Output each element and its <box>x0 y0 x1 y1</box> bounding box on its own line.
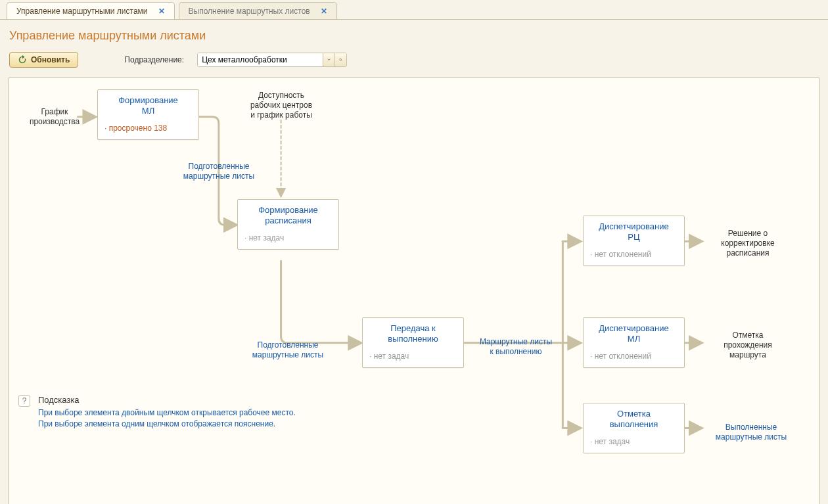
node-title: Отметкавыполнения <box>590 409 678 430</box>
node-transfer[interactable]: Передача квыполнению · нет задач <box>362 317 464 368</box>
node-form-schedule[interactable]: Формированиерасписания · нет задач <box>237 199 339 250</box>
svg-point-0 <box>340 58 342 60</box>
department-label: Подразделение: <box>124 55 184 64</box>
node-title: ДиспетчированиеРЦ <box>590 221 678 243</box>
lookup-button[interactable] <box>334 53 346 66</box>
node-status: · нет отклонений <box>590 250 678 259</box>
node-status: · нет задач <box>369 352 457 361</box>
close-icon[interactable]: ✕ <box>156 7 168 16</box>
refresh-icon <box>18 55 27 64</box>
node-status: · просрочено 138 <box>104 124 192 133</box>
tab-route-execution[interactable]: Выполнение маршрутных листов ✕ <box>179 2 337 19</box>
hint-title: Подсказка <box>38 395 80 405</box>
refresh-label: Обновить <box>31 55 70 64</box>
node-title: Формированиерасписания <box>244 205 332 227</box>
tab-label: Выполнение маршрутных листов <box>189 7 310 16</box>
page-header: Управление маршрутными листами Обновить … <box>0 20 828 73</box>
svg-line-1 <box>341 60 342 61</box>
tab-route-management[interactable]: Управление маршрутными листами ✕ <box>7 2 175 19</box>
node-title: Передача квыполнению <box>369 323 457 345</box>
label-prepared-ml-1: Подготовленныемаршрутные листы <box>176 162 262 181</box>
label-done-ml: Выполненныемаршрутные листы <box>705 423 797 442</box>
toolbar: Обновить Подразделение: <box>9 52 819 68</box>
label-prepared-ml-2: Подготовленныемаршрутные листы <box>245 340 331 360</box>
tab-bar: Управление маршрутными листами ✕ Выполне… <box>0 0 828 20</box>
hint-line-1: При выборе элемента двойным щелчком откр… <box>38 408 296 417</box>
node-status: · нет задач <box>590 437 678 446</box>
tab-label: Управление маршрутными листами <box>16 7 148 16</box>
node-dispatch-ml[interactable]: ДиспетчированиеМЛ · нет отклонений <box>583 317 685 368</box>
department-select[interactable] <box>197 53 347 67</box>
label-decision: Решение окорректировкерасписания <box>708 229 787 258</box>
label-ml-to-exec: Маршрутные листык выполнению <box>470 337 562 357</box>
search-icon <box>339 56 342 64</box>
chevron-down-icon <box>327 57 331 62</box>
label-availability: Доступностьрабочих центрови график работ… <box>242 91 321 120</box>
hint-line-2: При выборе элемента одним щелчком отобра… <box>38 419 275 428</box>
workflow-canvas: Графикпроизводства Доступностьрабочих це… <box>8 77 820 504</box>
hint-icon[interactable]: ? <box>18 395 30 407</box>
node-mark-done[interactable]: Отметкавыполнения · нет задач <box>583 403 685 453</box>
close-icon[interactable]: ✕ <box>318 7 330 16</box>
label-production-schedule: Графикпроизводства <box>18 107 91 127</box>
refresh-button[interactable]: Обновить <box>9 52 78 68</box>
node-status: · нет отклонений <box>590 352 678 361</box>
department-input[interactable] <box>198 53 323 66</box>
label-mark-route: Отметкапрохождениямаршрута <box>708 331 787 360</box>
page-title: Управление маршрутными листами <box>9 29 819 43</box>
node-status: · нет задач <box>244 233 332 242</box>
node-form-ml[interactable]: ФормированиеМЛ · просрочено 138 <box>97 89 199 140</box>
dropdown-button[interactable] <box>323 53 334 66</box>
node-title: ФормированиеМЛ <box>104 95 192 117</box>
hint-body: При выборе элемента двойным щелчком откр… <box>38 407 367 430</box>
node-dispatch-rc[interactable]: ДиспетчированиеРЦ · нет отклонений <box>583 216 685 266</box>
node-title: ДиспетчированиеМЛ <box>590 323 678 345</box>
